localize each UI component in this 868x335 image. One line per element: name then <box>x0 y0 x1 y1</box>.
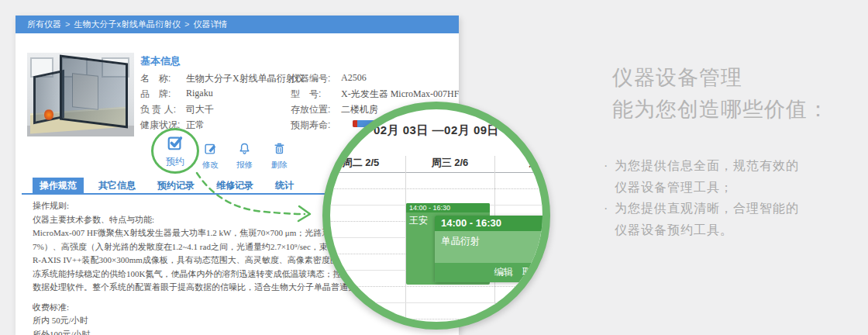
marketing-heading: 仪器设备管理 能为您创造哪些价值： <box>612 62 829 126</box>
popup-title: 单晶衍射 <box>435 231 550 252</box>
screen: 所有仪器>生物大分子x射线单晶衍射仪>仪器详情 基本信息 名 称: 生物大分子X… <box>0 0 868 335</box>
tab-other-info[interactable]: 其它信息 <box>91 178 143 193</box>
breadcrumb-separator: > <box>184 19 189 29</box>
field-value-location: 二楼机房 <box>341 103 378 116</box>
field-label-lifespan: 预期寿命: <box>291 119 330 132</box>
field-label-model: 型 号: <box>291 88 321 101</box>
checkbox-check-icon <box>167 134 184 154</box>
popup-footer: 编辑 取消 <box>435 263 550 282</box>
field-label-brand: 品 牌: <box>140 88 170 101</box>
field-value-health: 正常 <box>186 119 205 132</box>
field-value-name: 生物大分子X射线单晶衍射仪 <box>186 72 305 85</box>
marketing-bullets: · 为您提供信息全面，规范有效的 仪器设备管理工具； · 为您提供直观清晰，合理… <box>604 155 799 240</box>
lifespan-used-segment <box>353 120 357 127</box>
calendar-gridline <box>330 286 542 287</box>
fees-external: 所外100元/小时 <box>33 328 459 335</box>
field-value-model: X-光发生器 MicroMax-007HF <box>341 88 459 101</box>
calendar-day-header-thu: 周四 <box>494 156 550 172</box>
event-time: 14:00 - 16:30 <box>406 203 490 212</box>
photo-glass-panel <box>60 55 128 129</box>
bell-icon <box>238 142 251 158</box>
marketing-bullet: · 为您提供直观清晰，合理智能的 <box>604 198 799 219</box>
calendar-magnifier: 02月 03日 —02月 09日 周二 2/5 周三 2/6 周四 14:00 … <box>322 102 550 330</box>
breadcrumb-item-all-instruments[interactable]: 所有仪器 <box>27 19 61 29</box>
reserve-label: 预约 <box>166 155 184 168</box>
field-value-manager: 司大千 <box>186 103 214 116</box>
bullet-text-cont: 仪器设备管理工具； <box>604 177 799 199</box>
marketing-heading-line1: 仪器设备管理 <box>612 62 829 94</box>
marketing-heading-line2: 能为您创造哪些价值： <box>612 94 829 126</box>
calendar-day-header-wed: 周三 2/6 <box>405 156 494 172</box>
info-row: 品 牌: Rigaku 型 号: X-光发生器 MicroMax-007HF <box>140 88 450 100</box>
breadcrumb: 所有仪器>生物大分子x射线单晶衍射仪>仪器详情 <box>16 16 459 33</box>
trash-icon <box>273 142 286 158</box>
instrument-photo <box>27 53 134 136</box>
popup-cancel-button[interactable]: 取消 <box>522 267 542 278</box>
breadcrumb-item-detail: 仪器详情 <box>193 19 227 29</box>
field-value-brand: Rigaku <box>186 88 213 99</box>
field-label-serial: 仪器编号: <box>291 72 330 85</box>
marketing-bullet: · 为您提供信息全面，规范有效的 <box>604 155 799 177</box>
basic-info-title: 基本信息 <box>140 54 181 68</box>
edit-icon <box>204 142 217 158</box>
bullet-text: 为您提供直观清晰，合理智能的 <box>615 198 799 219</box>
bullet-dot: · <box>604 198 615 219</box>
tab-operation-spec[interactable]: 操作规范 <box>33 178 84 193</box>
field-label-name: 名 称: <box>140 72 170 85</box>
bullet-dot: · <box>604 155 615 177</box>
photo-orange-glow <box>44 109 53 121</box>
calendar-header-divider <box>330 172 542 173</box>
breadcrumb-separator: > <box>65 19 70 29</box>
event-popup: 14:00 - 16:30 单晶衍射 编辑 取消 <box>435 216 550 282</box>
dashed-arrow <box>186 167 322 227</box>
field-label-location: 存放位置: <box>291 103 330 116</box>
field-value-serial: A2506 <box>341 72 367 84</box>
info-row: 名 称: 生物大分子X射线单晶衍射仪 仪器编号: A2506 <box>140 72 450 85</box>
bullet-text-cont: 仪器设备预约工具。 <box>604 219 799 241</box>
calendar-gridline <box>330 188 542 189</box>
popup-edit-button[interactable]: 编辑 <box>494 267 514 278</box>
field-label-manager: 负 责 人: <box>140 103 176 116</box>
bullet-text: 为您提供信息全面，规范有效的 <box>615 155 799 177</box>
popup-time: 14:00 - 16:30 <box>435 216 550 231</box>
breadcrumb-item-instrument[interactable]: 生物大分子x射线单晶衍射仪 <box>74 19 181 29</box>
